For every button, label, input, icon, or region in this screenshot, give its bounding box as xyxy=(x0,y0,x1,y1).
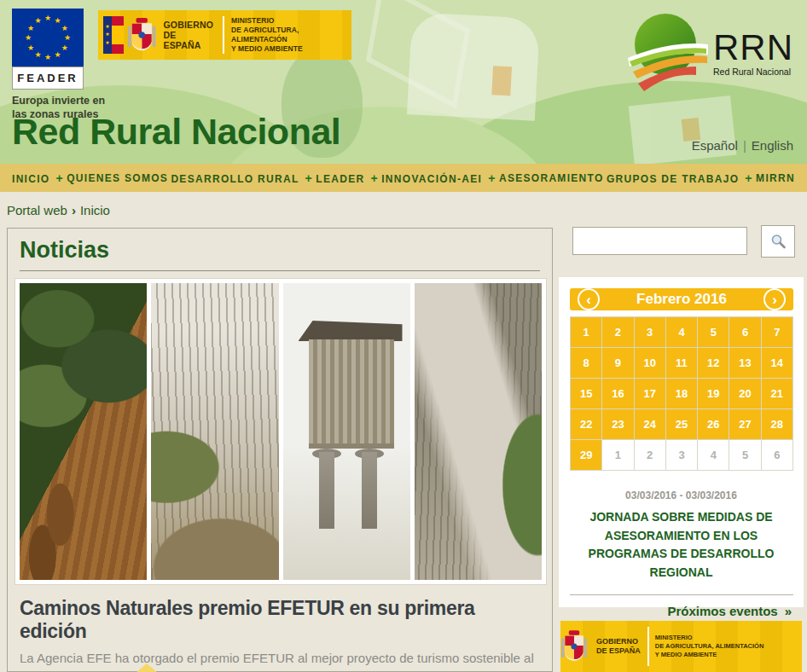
rrn-acronym: RRN xyxy=(713,30,793,66)
eu-flag-icon: ★★★ ★★★ ★★★ ★★★ xyxy=(12,9,84,67)
calendar-day[interactable]: 26 xyxy=(698,409,729,439)
search-input[interactable] xyxy=(572,227,747,255)
footer-ministry-banner: GOBIERNO DE ESPAÑA MINISTERIO DE AGRICUL… xyxy=(560,621,802,672)
calendar-day[interactable]: 25 xyxy=(666,409,697,439)
spain-eu-flag-icon: ★★★ xyxy=(103,16,124,54)
svg-text:★: ★ xyxy=(25,33,32,42)
header-house-decoration xyxy=(407,12,540,121)
svg-text:★: ★ xyxy=(27,24,34,32)
svg-text:★: ★ xyxy=(54,16,61,25)
calendar-day[interactable]: 3 xyxy=(635,317,665,347)
photo-horreo-granary xyxy=(283,283,410,580)
calendar-day[interactable]: 8 xyxy=(571,348,601,378)
lang-english-link[interactable]: English xyxy=(752,138,793,153)
calendar-day[interactable]: 1 xyxy=(571,317,601,347)
banner-divider xyxy=(647,627,649,666)
calendar-day[interactable]: 15 xyxy=(571,379,601,408)
section-title: Noticias xyxy=(20,237,552,264)
calendar-grid: 1 2 3 4 5 6 7 8 9 10 11 12 xyxy=(570,316,793,471)
lang-espanol-link[interactable]: Español xyxy=(692,138,738,153)
event-divider xyxy=(570,594,793,595)
nav-item[interactable]: INICIO+ xyxy=(12,171,64,185)
photo-cobblestone-path xyxy=(415,283,542,580)
calendar-day[interactable]: 6 xyxy=(762,440,792,470)
banner-divider xyxy=(223,16,224,54)
breadcrumb-separator: › xyxy=(72,203,76,217)
nav-plus-icon: + xyxy=(370,171,378,185)
feader-logo: ★★★ ★★★ ★★★ ★★★ FEADER Europa invierte e… xyxy=(12,9,84,121)
calendar-day[interactable]: 3 xyxy=(666,440,697,470)
calendar-panel: ‹ Febrero 2016 › 1 2 3 4 5 6 7 8 9 xyxy=(559,277,804,607)
proximos-eventos-link[interactable]: Próximos eventos» xyxy=(559,604,792,618)
scroll-pointer-triangle xyxy=(135,663,159,672)
calendar-day[interactable]: 2 xyxy=(602,317,633,347)
calendar-next-button[interactable]: › xyxy=(763,288,786,310)
header: ★★★ ★★★ ★★★ ★★★ FEADER Europa invierte e… xyxy=(0,0,807,164)
page: ★★★ ★★★ ★★★ ★★★ FEADER Europa invierte e… xyxy=(0,0,807,672)
calendar-day[interactable]: 2 xyxy=(635,440,665,470)
calendar-day[interactable]: 18 xyxy=(666,379,697,408)
gobierno-espana-label: GOBIERNO DE ESPAÑA xyxy=(163,20,214,50)
noticias-panel: Noticias Caminos Naturales premio EFETUR… xyxy=(7,228,553,672)
calendar-day[interactable]: 20 xyxy=(729,379,760,408)
nav-plus-icon: + xyxy=(488,171,496,185)
breadcrumb: Portal web›Inicio xyxy=(7,203,110,217)
government-banner: ★★★ GOBIERNO DE ESPAÑA MINISTERIO xyxy=(98,10,351,60)
rrn-sphere-icon xyxy=(624,10,710,96)
calendar-day[interactable]: 12 xyxy=(698,348,729,378)
nav-plus-icon: + xyxy=(55,171,63,185)
header-house-decoration xyxy=(629,96,737,164)
search-button[interactable] xyxy=(761,225,795,258)
nav-item[interactable]: GRUPOS DE TRABAJO+ xyxy=(607,171,753,185)
calendar-day[interactable]: 5 xyxy=(729,440,760,470)
svg-text:★: ★ xyxy=(44,14,51,22)
calendar-day[interactable]: 23 xyxy=(602,409,633,439)
calendar-day[interactable]: 6 xyxy=(729,317,760,347)
nav-item[interactable]: ASESORAMIENTO xyxy=(499,172,604,184)
calendar-day[interactable]: 7 xyxy=(762,317,792,347)
calendar-day[interactable]: 28 xyxy=(762,409,792,439)
calendar-day[interactable]: 22 xyxy=(571,409,601,439)
calendar-day[interactable]: 13 xyxy=(729,348,760,378)
nav-item[interactable]: DESARROLLO RURAL+ xyxy=(171,171,313,185)
section-divider xyxy=(20,270,540,271)
main-nav: INICIO+ QUIENES SOMOS DESARROLLO RURAL+ … xyxy=(0,164,807,192)
calendar-day[interactable]: 16 xyxy=(602,379,633,408)
calendar-day[interactable]: 4 xyxy=(698,440,729,470)
calendar-day[interactable]: 29 xyxy=(571,440,601,470)
nav-item[interactable]: INNOVACIÓN-AEI+ xyxy=(381,171,496,185)
calendar-day[interactable]: 11 xyxy=(666,348,697,378)
calendar-day[interactable]: 9 xyxy=(602,348,633,378)
calendar-day[interactable]: 10 xyxy=(635,348,665,378)
rrn-name: Red Rural Nacional xyxy=(713,67,793,77)
footer-gobierno-label: GOBIERNO DE ESPAÑA xyxy=(596,637,641,656)
nav-item[interactable]: QUIENES SOMOS xyxy=(67,172,168,184)
footer-ministerio-label: MINISTERIO DE AGRICULTURA, ALIMENTACIÓN … xyxy=(655,634,764,659)
calendar-day[interactable]: 21 xyxy=(762,379,792,408)
calendar-day[interactable]: 19 xyxy=(698,379,729,408)
calendar-day[interactable]: 27 xyxy=(729,409,760,439)
spain-coat-of-arms-icon xyxy=(560,629,588,664)
event-title-link[interactable]: JORNADA SOBRE MEDIDAS DE ASESORAMIENTO E… xyxy=(576,508,787,582)
calendar-day[interactable]: 5 xyxy=(698,317,729,347)
calendar-prev-button[interactable]: ‹ xyxy=(578,288,600,310)
svg-text:★: ★ xyxy=(61,43,68,52)
calendar-day[interactable]: 17 xyxy=(635,379,665,408)
news-photo-collage[interactable] xyxy=(15,278,547,585)
breadcrumb-portal-web[interactable]: Portal web xyxy=(7,203,67,217)
calendar-month-title: Febrero 2016 xyxy=(636,291,727,308)
calendar-day[interactable]: 4 xyxy=(666,317,697,347)
nav-item[interactable]: MIRRN xyxy=(756,172,795,184)
calendar-day[interactable]: 14 xyxy=(762,348,792,378)
article-title-link[interactable]: Caminos Naturales premio EFETUR en su pr… xyxy=(20,597,540,643)
nav-plus-icon: + xyxy=(745,171,752,185)
svg-text:★: ★ xyxy=(64,33,71,42)
nav-item[interactable]: LEADER+ xyxy=(316,171,379,185)
calendar-day[interactable]: 1 xyxy=(602,440,633,470)
feader-label: FEADER xyxy=(12,67,84,90)
event-date-range: 03/03/2016 - 03/03/2016 xyxy=(559,490,804,501)
svg-text:★: ★ xyxy=(34,16,41,25)
page-title: Red Rural Nacional xyxy=(12,111,340,153)
spain-coat-of-arms-icon xyxy=(127,15,156,55)
calendar-day[interactable]: 24 xyxy=(635,409,665,439)
